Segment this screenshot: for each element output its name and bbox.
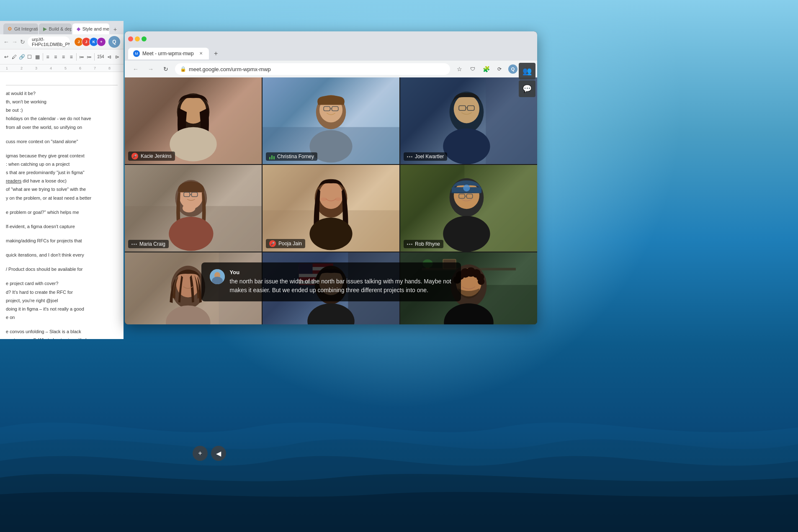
doc-line-29: doing it in figma – it's not really a go… [6,305,118,313]
address-bar[interactable]: 🔒 meet.google.com/urm-wpmx-mwp [175,63,450,75]
insert-media-button[interactable]: ▦ [34,52,41,62]
doc-line-33: are too one-off. What about using github [6,336,118,339]
doc-blank-6 [6,245,118,250]
doc-blank-1 [6,132,118,137]
caption-text-container: You the north bar issue the width of the… [230,269,453,295]
rob-video [400,165,537,252]
nav-back-btn[interactable]: ← [3,39,9,45]
align-right-button[interactable]: ≡ [60,52,67,62]
video-cell-rob: Rob Rhyne [400,165,537,252]
window-minimize-button[interactable] [135,36,140,41]
tab-close-button[interactable]: ✕ [198,51,204,57]
profile-button[interactable]: Q [507,63,519,75]
doc-line-9: igmas because they give great context [6,152,118,159]
doc-blank-7 [6,260,118,265]
svg-point-34 [321,198,327,201]
forward-button[interactable]: → [145,63,157,75]
doc-blank-5 [6,231,118,236]
caption-transcript: the north bar issue the width of the nor… [230,277,453,295]
maria-label: Maria Craig [128,240,169,248]
people-button[interactable]: 👥 [519,63,535,80]
kacie-mute-icon: 🎤 [131,153,138,159]
pooja-name: Pooja Jain [278,241,302,247]
ruler-mark-8: 8 [108,66,111,70]
url-text: urpXf-FHPc1tLDMBb_PM3MTFjFSOFRHPTo/edit# [32,37,70,47]
kacie-label: 🎤 Kacie Jenkins [128,152,175,161]
mic-off-icon-pooja: 🎤 [270,242,275,246]
svg-point-15 [454,95,479,123]
nav-forward-btn[interactable]: → [12,39,18,45]
align-justify-button[interactable]: ≡ [67,52,75,62]
add-to-meet-button[interactable]: + [193,446,208,461]
underline-readers: readers [6,178,21,183]
align-center-button[interactable]: ≡ [52,52,59,62]
nav-reload-btn[interactable]: ↻ [20,39,25,45]
tab-git-integrations[interactable]: ⚙ Git Integrations [3,23,38,34]
chat-icon: 💬 [523,84,532,93]
decrease-indent-button[interactable]: ⊲ [106,52,113,62]
people-icon: 👥 [523,67,532,76]
bullets-button[interactable]: ≔ [78,52,85,62]
doc-ruler: 1 2 3 4 5 6 7 8 [0,64,124,72]
doc-line-4: holidays on the calendar - we do not hav… [6,115,118,122]
bookmark-button[interactable]: ☆ [453,63,465,75]
reload-button[interactable]: ↻ [160,63,172,75]
doc-line-12: readers did have a loose doc) [6,177,118,185]
toolbar-divider-2 [76,53,77,61]
mic-off-icon: 🎤 [133,154,137,158]
profile-avatar: Q [508,64,517,74]
doc-line-3: be out :) [6,106,118,114]
undo-button[interactable]: ↩ [3,52,10,62]
extensions-button[interactable]: 🧩 [480,63,492,75]
doc-line-32: e convos unfolding – Slack is a black [6,328,118,335]
meet-tab[interactable]: M Meet - urm-wpmx-mwp ✕ [128,48,209,59]
christina-silhouette [263,77,399,164]
chat-button[interactable]: 💬 [519,80,535,97]
document-panel: ⚙ Git Integrations ▶ Build & deploy ◆ St… [0,21,124,339]
svg-point-19 [443,129,490,164]
paint-format-button[interactable]: 🖊 [10,52,18,62]
browser-nav-bar: ← → ↻ 🔒 meet.google.com/urm-wpmx-mwp ☆ 🛡… [125,61,537,77]
ruler-mark-4: 4 [50,66,52,70]
doc-line-20: making/adding RFCs for projects that [6,237,118,244]
window-maximize-button[interactable] [142,36,147,41]
rob-label: Rob Rhyne [404,240,443,248]
tab-build-deploy[interactable]: ▶ Build & deploy [39,23,72,34]
ruler-mark-7: 7 [94,66,96,70]
doc-blank-9 [6,322,118,327]
font-size-display[interactable]: 154 [96,52,106,62]
numbered-list-button[interactable]: ≔ [86,52,93,62]
sync-button[interactable]: ⟳ [494,63,505,75]
profile-button[interactable]: Q [108,36,120,48]
svg-point-81 [478,278,484,285]
doc-separator [6,77,118,85]
back-button[interactable]: ← [130,63,142,75]
meet-browser-window: M Meet - urm-wpmx-mwp ✕ + ← → ↻ 🔒 meet.g… [125,31,537,324]
url-input[interactable]: urpXf-FHPc1tLDMBb_PM3MTFjFSOFRHPTo/edit# [28,36,70,47]
ruler-mark-2: 2 [21,66,23,70]
new-tab-button[interactable]: + [110,24,120,34]
meet-bottom-buttons: + ◀ [193,446,226,461]
video-cell-joel: Joel Kwartler [400,77,537,164]
doc-line-10: : when catching up on a project [6,160,118,168]
caption-content: You the north bar issue the width of the… [210,269,453,295]
meet-url: meet.google.com/urm-wpmx-mwp [189,66,271,72]
new-tab-btn[interactable]: + [211,48,221,59]
meet-favicon: M [133,50,140,57]
doc-line-16: e problem or goal?" which helps me [6,208,118,216]
svg-point-32 [319,182,343,209]
insert-image-button[interactable]: ☐ [26,52,33,62]
doc-line-30: e on [6,314,118,321]
video-cell-christina: Christina Forney [263,77,399,164]
tab-style-mech[interactable]: ◆ Style and mech... [72,23,109,34]
meet-tab-label: Meet - urm-wpmx-mwp [142,51,194,57]
rob-silhouette [400,165,537,252]
ruler-mark-1: 1 [6,66,8,70]
insert-link-button[interactable]: 🔗 [18,52,26,62]
increase-indent-button[interactable]: ⊳ [113,52,121,62]
align-left-button[interactable]: ≡ [44,52,51,62]
toolbar-divider-1 [43,53,43,61]
shield-button[interactable]: 🛡 [467,63,479,75]
window-close-button[interactable] [128,36,133,41]
present-button[interactable]: ◀ [211,446,226,461]
